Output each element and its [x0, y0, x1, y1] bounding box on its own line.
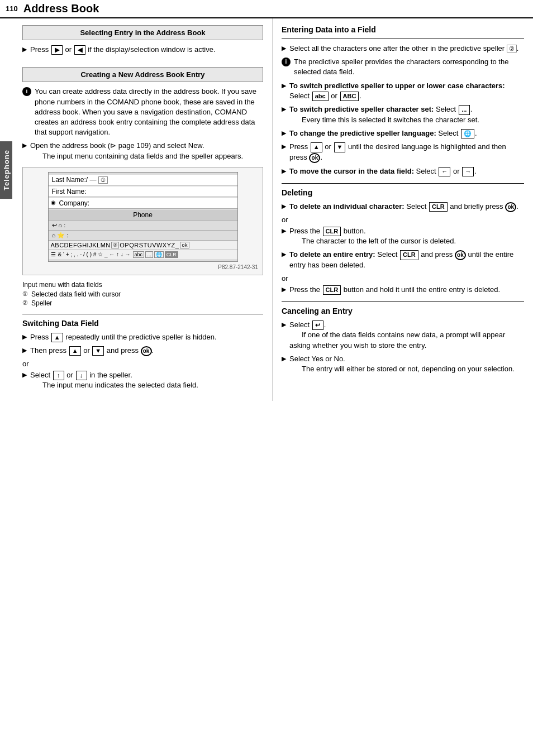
legend-label-1: Selected data field with cursor — [31, 290, 121, 298]
main-content: Selecting Entry in the Address Book ▶ Pr… — [0, 18, 533, 401]
up-btn-sw2: ▲ — [69, 346, 81, 356]
divider-canceling — [282, 302, 524, 302]
ok-btn-del3: ok — [455, 250, 466, 260]
down-btn-sw2: ▼ — [92, 346, 104, 356]
speller-letters2: OPQRSTUVWXYZ_ — [120, 242, 179, 248]
icon-stars: ⌂ ⭐ : — [52, 232, 69, 239]
canceling-text2: Select Yes or No. The entry will either … — [289, 354, 515, 374]
arrow-del4: ▶ — [282, 285, 286, 294]
section-switching-title: Switching Data Field — [22, 319, 263, 328]
page-title: Address Book — [23, 2, 99, 15]
bullet-arrow: ▶ — [22, 45, 27, 54]
arrow-en5: ▶ — [282, 142, 286, 151]
section-creating-entry: Creating a New Address Book Entry — [22, 67, 263, 82]
divider-switching — [22, 314, 263, 314]
canceling-bullet1: ▶ Select ↩. If one of the data fields co… — [282, 320, 524, 351]
arrow-en3: ▶ — [282, 105, 286, 113]
deleting-text3: To delete an entire entry: Select CLR an… — [289, 250, 524, 270]
deleting-bullet3: ▶ To delete an entire entry: Select CLR … — [282, 250, 524, 270]
field-company: ◉ Company: — [49, 198, 237, 209]
creating-entry-info-text: You can create address data directly in … — [35, 87, 263, 137]
entering-subbullet4-text: Press ▲ or ▼ until the desired language … — [289, 142, 524, 162]
image-legend-caption: Input menu with data fields — [22, 281, 263, 289]
sub-text: The input menu containing data fields an… — [42, 152, 243, 160]
entering-subbullet2-text: To switch predictive speller character s… — [289, 104, 479, 125]
entering-subbullet3: ▶ To change the predictive speller langu… — [282, 128, 524, 138]
up-btn-sw1: ▲ — [51, 333, 63, 342]
legend-num-2: ② — [22, 299, 28, 307]
arrow-sw2: ▶ — [22, 346, 27, 355]
arrow-en2: ▶ — [282, 82, 286, 90]
deleting-text2: Press the CLR button. The character to t… — [289, 226, 456, 247]
ok-btn-sw2: ok — [141, 346, 152, 356]
arrow-sw3: ▶ — [22, 371, 27, 379]
lang-btn-img: 🌐 — [154, 251, 164, 258]
deleting-bullet2: ▶ Press the CLR button. The character to… — [282, 226, 524, 247]
or-text: or — [22, 360, 263, 368]
field-lastname: Last Name:/ — ① — [49, 175, 237, 185]
clr-btn4: CLR — [323, 285, 341, 295]
eq-icon: ☰ — [51, 251, 56, 257]
abc-btn-img: abc — [133, 251, 145, 258]
info-icon-en: i — [282, 58, 291, 66]
entering-subbullet3-text: To change the predictive speller languag… — [289, 128, 477, 138]
arrow-can2: ▶ — [282, 355, 286, 363]
speller-symbols: & ' + ; , . - / ( ) # ☆ _ ← ↑ ↓ → — [58, 251, 131, 257]
canceling-sub2: The entry will either be stored or not, … — [302, 365, 515, 373]
ok-btn-img: ok — [180, 242, 189, 248]
creating-entry-bullet1: ▶ Open the address book (⊳ page 109) and… — [22, 141, 263, 161]
switching-text2: Then press ▲ or ▼ and press ok. — [30, 346, 154, 356]
image-legend: Input menu with data fields ① Selected d… — [22, 281, 263, 307]
lang-btn: 🌐 — [461, 129, 474, 138]
entering-sub2: Every time this is selected it switches … — [302, 116, 479, 124]
speller-letters: ABCDEFGHIJKLMN — [51, 242, 111, 248]
ABC-btn: ABC — [340, 92, 359, 101]
canceling-sub1: If one of the data fields contains new d… — [289, 331, 505, 349]
left-cursor-btn: ← — [439, 167, 450, 176]
switching-sub: The input menu indicates the selected da… — [42, 381, 198, 389]
info-icon: i — [22, 87, 31, 96]
deleting-bullet1: ▶ To delete an individual character: Sel… — [282, 202, 524, 212]
bold-del1: To delete an individual character: — [289, 202, 404, 210]
switching-text1: Press ▲ repeatedly until the predictive … — [30, 332, 217, 342]
arrow-del2: ▶ — [282, 227, 286, 235]
arrow-del1: ▶ — [282, 202, 286, 210]
page-number: 110 — [6, 4, 18, 13]
clr-btn-img: CLR — [165, 251, 178, 258]
entering-info-text: The predictive speller provides the char… — [294, 57, 524, 77]
abc-btn: abc — [312, 92, 329, 101]
creating-entry-info: i You can create address data directly i… — [22, 87, 263, 137]
selecting-entry-text: Press ▶ or ◀ if the display/selection wi… — [30, 45, 216, 55]
creating-entry-bullet1-text: Open the address book (⊳ page 109) and s… — [30, 141, 243, 161]
canceling-bullet2: ▶ Select Yes or No. The entry will eithe… — [282, 354, 524, 374]
forward-btn: ▶ — [51, 45, 63, 55]
entering-subbullet2: ▶ To switch predictive speller character… — [282, 104, 524, 125]
icon-phone: ↩ ⌂ : — [52, 222, 66, 229]
canceling-text1: Select ↩. If one of the data fields cont… — [289, 320, 524, 351]
deleting-text1: To delete an individual character: Selec… — [289, 202, 518, 212]
legend-label-2: Speller — [31, 299, 52, 307]
arrow-can1: ▶ — [282, 320, 286, 329]
speller-symbols-row: ☰ & ' + ; , . - / ( ) # ☆ _ ← ↑ ↓ → abc … — [49, 250, 237, 259]
right-cursor-btn: → — [462, 167, 474, 176]
switching-bullet3: ▶ Select ↑ or ↓ in the speller. The inpu… — [22, 370, 263, 391]
entering-text1: Select all the characters one after the … — [289, 44, 518, 54]
clr-btn3: CLR — [400, 250, 418, 260]
bold-label-1: To switch predictive speller to upper or… — [289, 82, 505, 90]
entering-subbullet4: ▶ Press ▲ or ▼ until the desired languag… — [282, 142, 524, 162]
arrow-en4: ▶ — [282, 129, 286, 137]
company-icon: ◉ — [49, 198, 58, 208]
bullet-arrow-2: ▶ — [22, 141, 27, 150]
clr-btn1: CLR — [429, 202, 448, 212]
deleting-bullet4: ▶ Press the CLR button and hold it until… — [282, 285, 524, 295]
firstname-field-label: First Name: — [49, 186, 237, 197]
legend-item-2: ② Speller — [22, 299, 263, 307]
circle-1: ① — [98, 176, 108, 184]
right-column: Entering Data into a Field ▶ Select all … — [273, 18, 533, 401]
arrow-sw1: ▶ — [22, 333, 27, 341]
switching-bullet2: ▶ Then press ▲ or ▼ and press ok. — [22, 346, 263, 356]
section-deleting-title: Deleting — [282, 188, 524, 197]
page-header: 110 Address Book — [0, 0, 533, 18]
divider-entering — [282, 39, 524, 39]
deleting-sub2: The character to the left of the cursor … — [302, 237, 456, 245]
